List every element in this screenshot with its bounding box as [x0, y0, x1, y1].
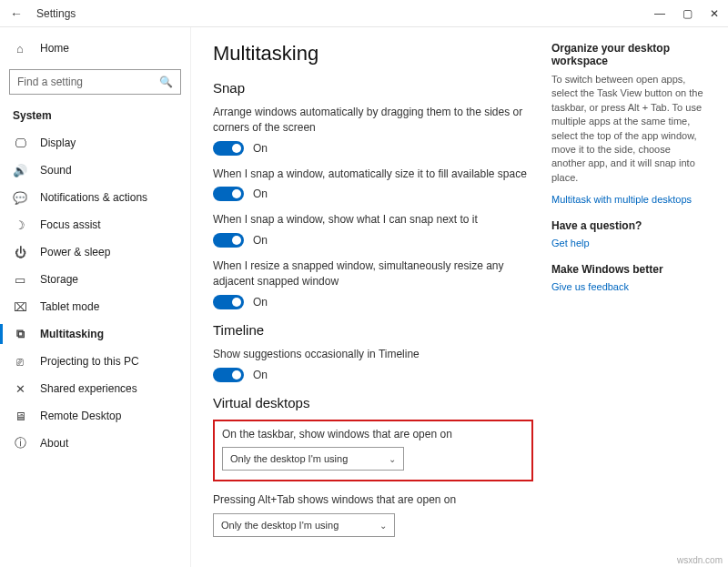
nav-label: Storage: [40, 273, 78, 286]
snap-toggle-2[interactable]: [213, 187, 244, 201]
snap-heading: Snap: [213, 80, 533, 96]
nav-icon: ⎚: [13, 355, 27, 369]
nav-label: Remote Desktop: [40, 410, 121, 422]
sidebar-item-sound[interactable]: 🔊Sound: [0, 157, 190, 184]
sidebar-item-projecting-to-this-pc[interactable]: ⎚Projecting to this PC: [0, 348, 190, 375]
nav-label: Notifications & actions: [40, 191, 147, 204]
nav-icon: ☽: [13, 218, 27, 232]
nav-label: About: [40, 437, 68, 450]
nav-label: Sound: [40, 164, 72, 177]
app-title: Settings: [36, 7, 76, 20]
toggle-label: On: [253, 369, 268, 381]
page-title: Multitasking: [213, 42, 533, 66]
aside-h2: Have a question?: [551, 219, 706, 232]
sidebar-item-shared-experiences[interactable]: ✕Shared experiences: [0, 375, 190, 402]
snap-toggle-3[interactable]: [213, 233, 244, 248]
vd-q2: Pressing Alt+Tab shows windows that are …: [213, 492, 533, 508]
snap-desc-4: When I resize a snapped window, simultan…: [213, 258, 533, 289]
highlighted-setting: On the taskbar, show windows that are op…: [213, 420, 533, 482]
nav-label: Multitasking: [40, 328, 104, 340]
snap-desc-2: When I snap a window, automatically size…: [213, 167, 533, 182]
dropdown-value: Only the desktop I'm using: [221, 520, 339, 531]
vd-dropdown-1[interactable]: Only the desktop I'm using ⌄: [222, 447, 404, 471]
nav-icon: ▭: [13, 273, 27, 287]
sidebar-item-display[interactable]: 🖵Display: [0, 129, 190, 157]
sidebar-item-storage[interactable]: ▭Storage: [0, 266, 190, 293]
sidebar-item-multitasking[interactable]: ⧉Multitasking: [0, 320, 190, 348]
search-input[interactable]: Find a setting 🔍: [9, 69, 181, 95]
nav-label: Display: [40, 137, 76, 149]
aside-link-multitask[interactable]: Multitask with multiple desktops: [551, 194, 706, 205]
timeline-toggle-1[interactable]: [213, 368, 244, 382]
nav-label: Projecting to this PC: [40, 355, 139, 368]
nav-label: Power & sleep: [40, 246, 110, 258]
sidebar-item-remote-desktop[interactable]: 🖥Remote Desktop: [0, 402, 190, 430]
toggle-label: On: [253, 296, 268, 309]
sidebar: ⌂ Home Find a setting 🔍 System 🖵Display🔊…: [0, 27, 191, 567]
main-content: Multitasking Snap Arrange windows automa…: [213, 42, 533, 567]
aside-link-help[interactable]: Get help: [551, 238, 706, 248]
titlebar: ← Settings — ▢ ✕: [0, 0, 728, 27]
category-header: System: [0, 104, 190, 129]
aside-h3: Make Windows better: [551, 263, 706, 276]
home-nav[interactable]: ⌂ Home: [0, 35, 190, 62]
snap-toggle-1[interactable]: [213, 141, 244, 156]
close-button[interactable]: ✕: [701, 0, 728, 27]
sidebar-item-power-sleep[interactable]: ⏻Power & sleep: [0, 238, 190, 266]
nav-icon: ⏻: [13, 246, 27, 259]
search-placeholder: Find a setting: [17, 76, 83, 88]
snap-desc-3: When I snap a window, show what I can sn…: [213, 212, 533, 228]
sidebar-item-about[interactable]: ⓘAbout: [0, 430, 190, 457]
maximize-button[interactable]: ▢: [673, 0, 701, 27]
vd-q1: On the taskbar, show windows that are op…: [222, 427, 524, 442]
nav-icon: 🔊: [13, 164, 27, 177]
timeline-heading: Timeline: [213, 322, 533, 338]
chevron-down-icon: ⌄: [389, 454, 396, 464]
vd-dropdown-2[interactable]: Only the desktop I'm using ⌄: [213, 513, 395, 537]
nav-label: Focus assist: [40, 218, 101, 231]
watermark: wsxdn.com: [677, 555, 723, 565]
back-button[interactable]: ←: [7, 6, 25, 21]
aside-link-feedback[interactable]: Give us feedback: [551, 281, 706, 292]
home-icon: ⌂: [13, 42, 27, 56]
minimize-button[interactable]: —: [646, 0, 673, 27]
vd-heading: Virtual desktops: [213, 395, 533, 410]
nav-icon: ✕: [13, 382, 27, 396]
nav-icon: 💬: [13, 191, 27, 205]
nav-icon: ⓘ: [13, 435, 27, 451]
sidebar-item-notifications-actions[interactable]: 💬Notifications & actions: [0, 184, 190, 211]
nav-icon: 🖵: [13, 137, 27, 150]
help-aside: Organize your desktop workspace To switc…: [551, 42, 706, 567]
toggle-label: On: [253, 142, 268, 155]
toggle-label: On: [253, 234, 268, 247]
nav-label: Shared experiences: [40, 382, 137, 395]
sidebar-item-focus-assist[interactable]: ☽Focus assist: [0, 211, 190, 238]
nav-icon: 🖥: [13, 410, 27, 423]
snap-desc-1: Arrange windows automatically by draggin…: [213, 105, 533, 136]
search-icon: 🔍: [159, 76, 173, 88]
nav-icon: ⌧: [13, 300, 27, 314]
timeline-desc-1: Show suggestions occasionally in Timelin…: [213, 347, 533, 362]
nav-label: Tablet mode: [40, 300, 99, 313]
chevron-down-icon: ⌄: [379, 521, 387, 531]
aside-p1: To switch between open apps, select the …: [551, 73, 706, 185]
toggle-label: On: [253, 187, 268, 200]
sidebar-item-tablet-mode[interactable]: ⌧Tablet mode: [0, 293, 190, 320]
snap-toggle-4[interactable]: [213, 295, 244, 309]
nav-icon: ⧉: [13, 327, 27, 341]
dropdown-value: Only the desktop I'm using: [230, 453, 348, 464]
home-label: Home: [40, 42, 69, 55]
aside-h1: Organize your desktop workspace: [551, 42, 706, 67]
